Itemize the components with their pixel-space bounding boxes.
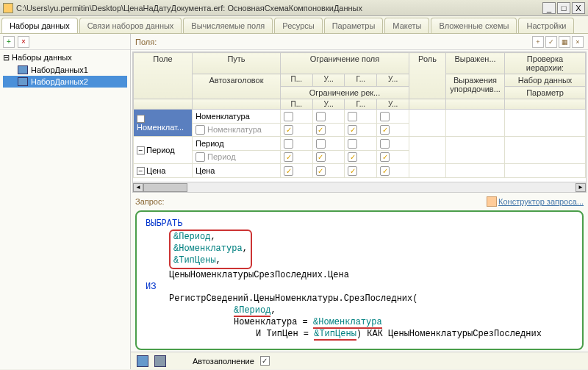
checkbox[interactable] bbox=[348, 139, 357, 149]
remove-dataset-button[interactable]: × bbox=[18, 36, 29, 48]
checkbox[interactable] bbox=[316, 139, 326, 149]
app-icon bbox=[3, 3, 13, 13]
tree-item-dataset1[interactable]: НаборДанных1 bbox=[3, 64, 127, 76]
code-punct: , bbox=[210, 232, 215, 242]
checkbox[interactable] bbox=[380, 112, 390, 121]
col-u2[interactable]: У... bbox=[377, 74, 409, 87]
code-kw: ВЫБРАТЬ bbox=[146, 218, 182, 229]
checkbox[interactable] bbox=[380, 166, 390, 176]
tab-nested[interactable]: Вложенные схемы bbox=[431, 18, 517, 33]
tree-root[interactable]: ⊟ Наборы данных bbox=[3, 53, 127, 63]
tab-resources[interactable]: Ресурсы bbox=[274, 18, 322, 33]
query-label: Запрос: bbox=[135, 197, 165, 206]
table-row[interactable]: −Цена Цена bbox=[134, 164, 586, 178]
code-kw: ИЗ bbox=[146, 282, 156, 292]
checkbox[interactable] bbox=[196, 125, 205, 135]
checkbox[interactable] bbox=[196, 152, 205, 162]
checkbox[interactable] bbox=[380, 152, 390, 162]
col-restr-field[interactable]: Ограничение поля bbox=[281, 53, 409, 74]
query-editor[interactable]: ВЫБРАТЬ &Период, &Номенклатура, &ТипЦены… bbox=[135, 210, 584, 350]
col-g2[interactable]: Г... bbox=[345, 99, 377, 110]
col-u[interactable]: У... bbox=[312, 74, 345, 87]
cell-field: Цена bbox=[146, 166, 165, 175]
tab-bar: Наборы данных Связи наборов данных Вычис… bbox=[0, 16, 588, 34]
fields-grid: Поле Путь Ограничение поля Роль Выражен.… bbox=[132, 51, 587, 193]
add-field-button[interactable]: + bbox=[532, 36, 544, 48]
tab-calc[interactable]: Вычисляемые поля bbox=[183, 18, 273, 33]
autofill-checkbox[interactable] bbox=[260, 356, 270, 366]
col-hier[interactable]: Проверка иерархии: bbox=[505, 53, 586, 74]
cell-path[interactable]: Цена bbox=[193, 164, 281, 178]
checkbox[interactable] bbox=[380, 125, 390, 135]
autofill-label: Автозаполнение bbox=[193, 357, 254, 366]
checkbox[interactable] bbox=[348, 152, 357, 162]
col-expr-ord[interactable]: Выражения упорядочив... bbox=[446, 74, 505, 99]
plus2-button[interactable]: ✓ bbox=[545, 36, 557, 48]
maximize-button[interactable]: □ bbox=[557, 2, 570, 14]
checkbox[interactable] bbox=[284, 112, 293, 121]
cell-path[interactable]: Период bbox=[193, 137, 281, 151]
cell-auto: Период bbox=[207, 152, 236, 161]
col-u3[interactable]: У... bbox=[312, 99, 345, 110]
dataset-icon bbox=[18, 77, 28, 86]
tab-params[interactable]: Параметры bbox=[324, 18, 384, 33]
expand-icon[interactable]: − bbox=[137, 167, 145, 175]
delete-button[interactable]: × bbox=[572, 36, 584, 48]
code-punct: , bbox=[243, 243, 248, 254]
col-role[interactable]: Роль bbox=[409, 53, 446, 99]
checkbox[interactable] bbox=[284, 166, 293, 176]
checkbox[interactable] bbox=[316, 152, 326, 162]
expand-icon[interactable]: − bbox=[137, 115, 145, 123]
cell-auto: Номенклатура bbox=[207, 125, 262, 134]
table-row[interactable]: −Номенклат... Номенклатура bbox=[134, 110, 586, 124]
checkbox[interactable] bbox=[284, 152, 293, 162]
table-row[interactable]: −Период Период bbox=[134, 137, 586, 151]
open-icon[interactable] bbox=[137, 355, 148, 367]
col-path[interactable]: Путь bbox=[193, 53, 281, 74]
tab-settings[interactable]: Настройки bbox=[518, 18, 574, 33]
paste-button[interactable]: ▦ bbox=[559, 36, 570, 48]
expand-icon[interactable]: − bbox=[137, 146, 145, 154]
horizontal-scrollbar[interactable]: ◄ ► bbox=[133, 182, 586, 192]
tab-layouts[interactable]: Макеты bbox=[384, 18, 429, 33]
scroll-right-icon[interactable]: ► bbox=[576, 183, 586, 192]
tree-item-dataset2[interactable]: НаборДанных2 bbox=[3, 76, 127, 88]
tab-links[interactable]: Связи наборов данных bbox=[79, 18, 182, 33]
code-expr: РегистрСведений.ЦеныНоменклатуры.СрезПос… bbox=[169, 293, 417, 304]
code-param: &Период bbox=[234, 305, 270, 317]
col-param[interactable]: Параметр bbox=[505, 87, 586, 99]
scroll-left-icon[interactable]: ◄ bbox=[133, 183, 143, 192]
col-p2[interactable]: П... bbox=[281, 99, 313, 110]
checkbox[interactable] bbox=[316, 112, 326, 121]
col-expr[interactable]: Выражен... bbox=[446, 53, 505, 74]
tree-item-label: НаборДанных1 bbox=[31, 65, 88, 74]
checkbox[interactable] bbox=[316, 166, 326, 176]
col-field[interactable]: Поле bbox=[134, 53, 193, 99]
save-icon[interactable] bbox=[154, 355, 166, 367]
constructor-icon bbox=[487, 196, 497, 207]
checkbox[interactable] bbox=[284, 139, 293, 149]
col-g[interactable]: Г... bbox=[345, 74, 377, 87]
fields-label: Поля: bbox=[135, 38, 157, 46]
checkbox[interactable] bbox=[348, 166, 357, 176]
query-constructor-link[interactable]: Конструктор запроса... bbox=[487, 196, 584, 207]
col-p[interactable]: П... bbox=[281, 74, 313, 87]
col-ds[interactable]: Набор данных bbox=[505, 74, 586, 87]
checkbox[interactable] bbox=[348, 112, 357, 121]
checkbox[interactable] bbox=[316, 125, 326, 135]
col-auto[interactable]: Автозаголовок bbox=[193, 74, 281, 99]
code-expr: Номенклатура = bbox=[234, 317, 313, 327]
cell-field: Номенклат... bbox=[137, 123, 184, 132]
close-button[interactable]: X bbox=[572, 2, 585, 14]
checkbox[interactable] bbox=[348, 125, 357, 135]
cell-path[interactable]: Номенклатура bbox=[193, 110, 281, 124]
tree-root-label: Наборы данных bbox=[12, 53, 72, 62]
minimize-button[interactable]: _ bbox=[542, 2, 556, 14]
checkbox[interactable] bbox=[380, 139, 390, 149]
tab-datasets[interactable]: Наборы данных bbox=[1, 18, 78, 33]
col-u4[interactable]: У... bbox=[377, 99, 409, 110]
checkbox[interactable] bbox=[284, 125, 293, 135]
add-dataset-button[interactable]: + bbox=[3, 36, 15, 48]
scroll-thumb[interactable] bbox=[143, 183, 187, 192]
col-restr-rec[interactable]: Ограничение рек... bbox=[281, 87, 409, 99]
